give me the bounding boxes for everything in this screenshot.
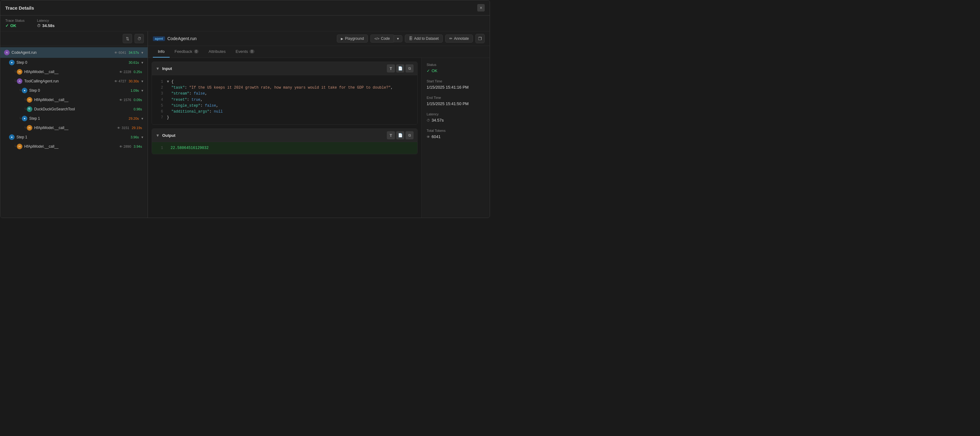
root-icon: A — [4, 50, 10, 55]
sidebar-total-tokens: Total Tokens 👁 6041 — [426, 129, 485, 139]
tree-item-hf4[interactable]: └ H HfApiModel.__call__ 👁 2890 3.94s — [0, 142, 148, 151]
status-item-trace-status: Trace Status ✓ OK — [5, 19, 25, 28]
output-doc-btn[interactable]: 📄 — [396, 131, 404, 139]
playground-button[interactable]: ▶ Playground — [337, 35, 368, 43]
step1-label: Step 1 — [16, 135, 130, 139]
toolagent-latency: 30.30s — [129, 79, 139, 83]
annotate-button[interactable]: ✏ Annotate — [445, 35, 473, 43]
hf3-label: HfApiModel.__call__ — [34, 126, 117, 130]
latency-text: 34.58s — [42, 23, 55, 28]
input-title: ▼ Input — [156, 66, 172, 71]
sidebar-status-label: Status — [426, 63, 485, 67]
tab-events[interactable]: Events 0 — [231, 46, 259, 57]
hf4-icon: H — [17, 144, 22, 149]
collapse-icon-1[interactable]: ▼ — [167, 80, 169, 84]
hf4-eye-icon: 👁 — [119, 145, 123, 149]
left-toolbar: ⇅ ⏱ — [0, 31, 148, 46]
tab-feedback[interactable]: Feedback 0 — [170, 46, 204, 57]
connector8: └ — [14, 145, 16, 149]
root-tokens: 6041 — [119, 51, 126, 54]
root-label: CodeAgent.run — [11, 50, 115, 55]
collapse-input-icon[interactable]: ▼ — [156, 66, 160, 71]
collapse-output-icon[interactable]: ▼ — [156, 133, 160, 138]
hf3-tokens: 3151 — [121, 126, 129, 130]
tree-item-duck[interactable]: └ 🔍 DuckDuckGoSearchTool 0.98s — [0, 104, 148, 114]
connector7: └ — [24, 126, 26, 130]
output-text-btn[interactable]: T — [387, 131, 395, 139]
sidebar-ok-text: OK — [431, 69, 438, 73]
root-eye-icon: 👁 — [115, 51, 118, 54]
events-badge: 0 — [250, 50, 255, 53]
sidebar-latency-label: Latency — [426, 112, 485, 116]
output-line-1: 1 22.58064516129032 — [157, 146, 412, 150]
latency-label: Latency — [37, 19, 55, 22]
add-dataset-button[interactable]: 🗄 Add to Dataset — [405, 35, 443, 43]
step1-latency: 3.96s — [130, 135, 139, 139]
code-line-6: 6 "additional_args": null — [157, 109, 412, 115]
tab-attributes[interactable]: Attributes — [204, 46, 231, 57]
input-copy-btn[interactable]: ⧉ — [406, 64, 414, 72]
code-button[interactable]: </> Code — [371, 35, 394, 43]
agent-badge: agent CodeAgent.run — [153, 36, 197, 41]
connector2: └ — [14, 80, 16, 83]
code-line-3: 3 "stream": false, — [157, 91, 412, 97]
sidebar-start-time: Start Time 1/15/2025 15:41:16 PM — [426, 79, 485, 89]
hf3-latency: 29.19s — [132, 126, 142, 130]
tree-item-hf1[interactable]: └ H HfApiModel.__call__ 👁 2228 0.25s — [0, 67, 148, 77]
hf1-eye-icon: 👁 — [119, 70, 123, 74]
output-copy-btn[interactable]: ⧉ — [406, 131, 414, 139]
close-button[interactable]: × — [477, 4, 485, 11]
duck-latency: 0.98s — [134, 107, 142, 111]
output-block: 1 22.58064516129032 — [152, 142, 417, 154]
left-panel: ⇅ ⏱ A CodeAgent.run 👁 6041 34.57s ▼ — [0, 31, 148, 218]
step0-inner-icon: ● — [22, 88, 27, 93]
database-icon: 🗄 — [409, 37, 413, 41]
trace-status-label: Trace Status — [5, 19, 25, 22]
tab-info[interactable]: Info — [153, 46, 170, 57]
sidebar-status-value: ✓ OK — [426, 69, 485, 73]
input-actions: T 📄 ⧉ — [387, 64, 414, 72]
hf1-label: HfApiModel.__call__ — [24, 70, 119, 74]
code-line-5: 5 "single_step": false, — [157, 103, 412, 109]
step1-inner-latency: 29.20s — [129, 117, 139, 120]
tree-item-step0[interactable]: ● Step 0 30.61s ▼ — [0, 58, 148, 67]
right-header: agent CodeAgent.run ▶ Playground </> Cod… — [148, 31, 490, 46]
center-content: ▼ Input T 📄 ⧉ 1 — [148, 58, 422, 218]
hf4-tokens: 2890 — [124, 145, 131, 149]
step0-latency: 30.61s — [129, 61, 139, 64]
step1-inner-chevron: ▼ — [141, 117, 144, 120]
input-doc-btn[interactable]: 📄 — [396, 64, 404, 72]
output-value: 22.58064516129032 — [170, 146, 208, 150]
hf1-tokens: 2228 — [124, 70, 131, 74]
hf3-eye-icon: 👁 — [117, 126, 120, 130]
tree-item-step1-inner[interactable]: └ ● Step 1 29.20s ▼ — [0, 114, 148, 123]
content-area: ▼ Input T 📄 ⧉ 1 — [148, 58, 490, 218]
sidebar-start-time-value: 1/15/2025 15:41:16 PM — [426, 85, 485, 89]
trace-status-bar: Trace Status ✓ OK Latency ⏱ 34.58s — [0, 16, 490, 31]
modal-title: Trace Details — [5, 5, 34, 11]
layers-button[interactable]: ❐ — [476, 34, 485, 43]
code-line-2: 2 "task": "If the US keeps it 2024 growt… — [157, 85, 412, 91]
expand-button[interactable]: ⇅ — [123, 34, 132, 43]
play-icon: ▶ — [341, 37, 343, 40]
tree-item-step0-inner[interactable]: └ ● Step 0 1.09s ▼ — [0, 86, 148, 95]
root-chevron: ▼ — [141, 51, 144, 54]
timeline-button[interactable]: ⏱ — [135, 34, 144, 43]
sidebar-total-tokens-label: Total Tokens — [426, 129, 485, 133]
tree-root-item[interactable]: A CodeAgent.run 👁 6041 34.57s ▼ — [0, 47, 148, 58]
sidebar-latency-value: ⏱ 34.57s — [426, 118, 485, 123]
agent-badge-tag: agent — [153, 37, 165, 41]
sidebar-check-icon: ✓ — [426, 69, 430, 73]
tree-item-hf2[interactable]: └ H HfApiModel.__call__ 👁 1576 0.09s — [0, 95, 148, 104]
connector3: └ — [19, 89, 21, 93]
toolagent-eye-icon: 👁 — [115, 80, 118, 83]
step0-inner-latency: 1.09s — [130, 89, 139, 93]
toolagent-chevron: ▼ — [141, 80, 144, 83]
code-dropdown-button[interactable]: ▼ — [394, 35, 402, 42]
input-text-btn[interactable]: T — [387, 64, 395, 72]
hf1-icon: H — [17, 69, 22, 75]
pencil-icon: ✏ — [449, 37, 452, 41]
tree-item-step1[interactable]: ● Step 1 3.96s ▼ — [0, 133, 148, 142]
tree-item-hf3[interactable]: └ H HfApiModel.__call__ 👁 3151 29.19s — [0, 123, 148, 133]
tree-item-toolagent[interactable]: └ A ToolCallingAgent.run 👁 4727 30.30s ▼ — [0, 77, 148, 86]
